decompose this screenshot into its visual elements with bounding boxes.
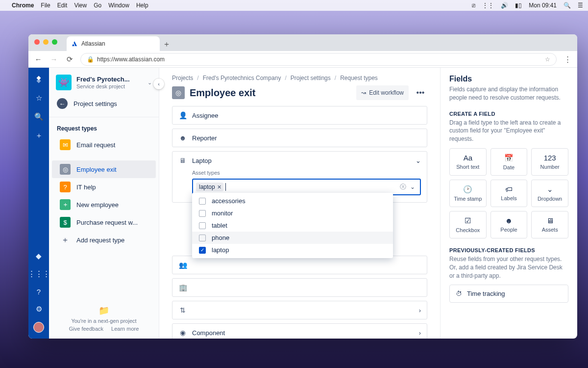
menu-file[interactable]: File xyxy=(41,2,50,9)
sidebar-item-label: New employee xyxy=(76,201,119,209)
learn-more-link[interactable]: Learn more xyxy=(111,326,139,332)
chip-remove-icon[interactable]: ✕ xyxy=(217,184,221,190)
dropdown-option-accessories[interactable]: accessories xyxy=(192,195,393,207)
add-request-type-button[interactable]: ＋ Add request type xyxy=(52,231,156,249)
selected-chip[interactable]: laptop ✕ xyxy=(196,183,223,191)
browser-menu-button[interactable]: ⋮ xyxy=(563,55,572,64)
url-text: https://www.atlassian.com xyxy=(97,56,165,63)
breadcrumb-item[interactable]: Projects xyxy=(172,75,193,81)
fields-panel-title: Fields xyxy=(449,75,568,83)
search-icon[interactable]: 🔍 xyxy=(34,112,44,122)
dollar-icon: $ xyxy=(60,217,71,228)
field-type-date[interactable]: 📅Date xyxy=(490,148,528,176)
plus-square-icon: ＋ xyxy=(60,199,71,210)
give-feedback-link[interactable]: Give feedback xyxy=(69,326,103,332)
menu-view[interactable]: View xyxy=(74,2,87,9)
breadcrumb-item[interactable]: Project settings xyxy=(291,75,331,81)
project-switcher[interactable]: 👾 Fred's Pyrotech... Service desk projec… xyxy=(49,68,159,94)
field-label: Component xyxy=(192,329,225,337)
control-center-icon[interactable]: ☰ xyxy=(578,2,583,9)
window-minimize-icon[interactable] xyxy=(43,39,49,45)
sidebar-item-email-request[interactable]: ✉ Email request xyxy=(52,136,156,154)
field-type-number[interactable]: 123Number xyxy=(531,148,568,176)
star-icon[interactable]: ☆ xyxy=(34,93,44,103)
field-type-label: Checkbox xyxy=(456,227,480,233)
help-icon[interactable]: ? xyxy=(34,287,44,296)
edit-workflow-button[interactable]: ↝ Edit workflow xyxy=(356,85,409,100)
menu-window[interactable]: Window xyxy=(108,2,129,9)
window-zoom-icon[interactable] xyxy=(52,39,57,45)
wifi-icon[interactable]: ⋮⋮ xyxy=(482,2,494,9)
clear-input-icon[interactable]: ⓧ xyxy=(400,183,406,191)
sidebar-item-it-help[interactable]: ? IT help xyxy=(52,178,156,196)
new-tab-button[interactable]: ＋ xyxy=(160,37,173,51)
chevron-down-icon[interactable]: ⌄ xyxy=(408,184,417,190)
field-type-dropdown[interactable]: ⌄Dropdown xyxy=(531,180,568,207)
more-actions-button[interactable]: ••• xyxy=(414,88,427,97)
person-icon: 👤 xyxy=(178,111,187,120)
dropdown-option-phone[interactable]: phone xyxy=(192,232,393,244)
field-type-people[interactable]: ☻People xyxy=(490,211,528,238)
dropdown-option-tablet[interactable]: tablet xyxy=(192,219,393,232)
project-settings-link[interactable]: ← Project settings xyxy=(49,94,159,113)
spotlight-icon[interactable]: 🔍 xyxy=(564,2,571,9)
checkbox-icon xyxy=(199,198,206,205)
field-label: Reporter xyxy=(192,134,217,142)
field-hidden-2[interactable]: 🏢 x xyxy=(172,278,427,297)
field-type-checkbox[interactable]: ☑Checkbox xyxy=(449,211,487,238)
field-type-short-text[interactable]: AaShort text xyxy=(449,148,487,176)
asset-type-dropdown: accessories monitor tablet phone xyxy=(192,193,393,258)
field-type-labels[interactable]: 🏷Labels xyxy=(490,180,528,207)
airplay-icon[interactable]: ⎚ xyxy=(472,2,475,9)
field-type-label: People xyxy=(500,227,517,233)
clock[interactable]: Mon 09:41 xyxy=(529,2,557,9)
switcher-icon[interactable]: ⋮⋮⋮ xyxy=(34,269,44,279)
active-app[interactable]: Chrome xyxy=(12,2,34,9)
number-icon: 123 xyxy=(544,154,556,162)
reload-button[interactable]: ⟳ xyxy=(65,55,74,64)
plus-icon[interactable]: ＋ xyxy=(34,131,44,140)
menu-help[interactable]: Help xyxy=(136,2,148,9)
field-hidden-1[interactable]: 👥 x xyxy=(172,256,427,274)
field-assignee[interactable]: 👤 Assignee xyxy=(172,106,427,125)
field-type-timestamp[interactable]: 🕑Time stamp xyxy=(449,180,487,207)
checkbox-checked-icon: ✓ xyxy=(199,247,206,254)
sidebar-item-new-employee[interactable]: ＋ New employee xyxy=(52,196,156,213)
text-icon: Aa xyxy=(464,154,472,162)
dropdown-option-laptop[interactable]: ✓ laptop xyxy=(192,244,393,256)
dropdown-option-monitor[interactable]: monitor xyxy=(192,207,393,219)
asset-icon: 🖥 xyxy=(178,156,187,165)
browser-tab[interactable]: Atlassian xyxy=(67,36,160,51)
profile-avatar[interactable] xyxy=(33,322,44,333)
sidebar-item-label: IT help xyxy=(76,184,96,191)
time-tracking-label: Time tracking xyxy=(467,290,505,297)
field-type-assets[interactable]: 🖥Assets xyxy=(531,211,568,238)
volume-icon[interactable]: 🔊 xyxy=(501,2,508,9)
checkbox-icon: ☑ xyxy=(465,216,471,225)
chevron-down-icon[interactable]: ⌄ xyxy=(416,157,421,164)
option-label: monitor xyxy=(212,210,233,217)
notifications-icon[interactable]: ◆ xyxy=(34,251,44,261)
page-title: Employee exit xyxy=(190,87,351,99)
sidebar-item-employee-exit[interactable]: ◎ Employee exit xyxy=(52,160,156,178)
back-button[interactable]: ← xyxy=(33,55,43,63)
field-component[interactable]: ◉ Component › xyxy=(172,323,427,339)
menu-edit[interactable]: Edit xyxy=(57,2,68,9)
project-sidebar: ‹ 👾 Fred's Pyrotech... Service desk proj… xyxy=(49,68,159,339)
bookmark-icon[interactable]: ☆ xyxy=(545,56,550,63)
forward-button[interactable]: → xyxy=(49,55,59,63)
sidebar-item-purchase-request[interactable]: $ Purchase request w... xyxy=(52,213,156,231)
request-types-header: Request types xyxy=(49,121,159,136)
field-hidden-3[interactable]: ⇅ x › xyxy=(172,301,427,319)
breadcrumb-item[interactable]: Request types xyxy=(340,75,378,81)
field-time-tracking[interactable]: ⏱ Time tracking xyxy=(449,285,568,303)
window-close-icon[interactable] xyxy=(34,39,40,45)
settings-icon[interactable]: ⚙ xyxy=(34,304,44,314)
address-bar[interactable]: 🔒 https://www.atlassian.com ☆ xyxy=(80,53,557,66)
battery-icon[interactable]: ▮▯ xyxy=(515,2,522,9)
breadcrumb-item[interactable]: Fred's Pyrotechnics Company xyxy=(203,75,281,81)
menu-go[interactable]: Go xyxy=(94,2,101,9)
field-label: Laptop xyxy=(192,157,212,164)
jira-logo-icon[interactable] xyxy=(34,75,44,84)
field-reporter[interactable]: ☻ Reporter xyxy=(172,129,427,147)
